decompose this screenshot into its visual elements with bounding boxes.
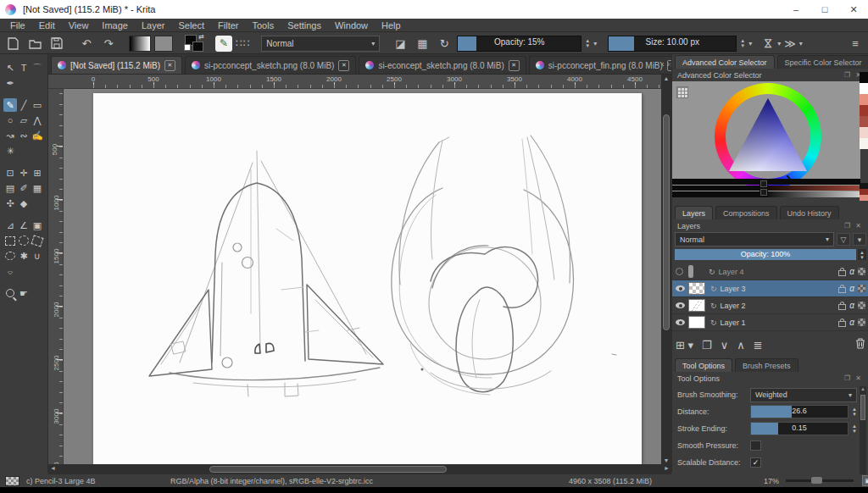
smooth-pressure-checkbox[interactable]: [750, 440, 761, 451]
size-spinner[interactable]: ▲▼: [740, 38, 745, 48]
brush-presets-button[interactable]: ∷∷: [236, 37, 250, 49]
layer-opacity-spinner[interactable]: ▲▼: [858, 249, 866, 260]
color-history-swatch[interactable]: [860, 195, 868, 201]
minimize-button[interactable]: –: [782, 0, 810, 19]
layer-filter-options-icon[interactable]: ▾: [853, 233, 866, 246]
color-history-swatch[interactable]: [860, 116, 868, 127]
layer-row-layer-1[interactable]: ↻Layer 1α: [672, 314, 868, 331]
zoom-slider[interactable]: [786, 479, 854, 482]
tab-undo-history[interactable]: Undo History: [780, 206, 839, 219]
polygon-tool[interactable]: ▱: [17, 114, 31, 127]
menu-window[interactable]: Window: [328, 20, 375, 30]
scroll-down-icon[interactable]: ▼: [661, 457, 671, 463]
ellipse-tool[interactable]: ○: [3, 114, 17, 127]
rectangular-selection-tool[interactable]: [3, 234, 17, 247]
visibility-eye-icon[interactable]: [676, 319, 685, 325]
move-layer-down-button[interactable]: ∨: [721, 339, 729, 352]
document-tab-1[interactable]: si-pcconcept_sketch.png (8.0 MiB)✕: [185, 56, 356, 74]
mirror-options-icon[interactable]: ▾: [777, 40, 781, 47]
undo-button[interactable]: ↶: [77, 36, 96, 52]
reset-colors-icon[interactable]: [184, 44, 191, 51]
gradient-chooser[interactable]: [129, 36, 151, 52]
color-history-swatch[interactable]: [860, 189, 868, 195]
layer-style-icon[interactable]: [858, 285, 865, 292]
tab-compositions[interactable]: Compositions: [715, 206, 777, 219]
multibrush-tool[interactable]: ✳: [3, 144, 17, 158]
reference-images-tool[interactable]: ▣: [31, 219, 44, 232]
delete-layer-button[interactable]: [855, 338, 865, 352]
open-document-button[interactable]: [25, 36, 44, 52]
pan-tool[interactable]: ☛: [17, 286, 31, 300]
opacity-slider[interactable]: Opacity: 15%: [457, 36, 581, 52]
document-tab-0[interactable]: [Not Saved] (115.2 MiB)✕: [51, 56, 182, 74]
menu-edit[interactable]: Edit: [32, 20, 62, 30]
tab-scroll-right-icon[interactable]: ›: [667, 59, 670, 69]
reload-preset-button[interactable]: ↻: [435, 36, 453, 52]
color-history-swatch[interactable]: [860, 94, 868, 105]
gradient-tool[interactable]: ▤: [3, 181, 17, 195]
layer-row-layer-2[interactable]: ↻Layer 2α: [672, 297, 868, 314]
freehand-selection-tool[interactable]: [3, 249, 17, 263]
canvas-horizontal-scrollbar[interactable]: ◄ ►: [48, 464, 671, 474]
swap-colors-icon[interactable]: ⇄: [198, 33, 204, 41]
shade-selector[interactable]: [672, 179, 860, 197]
zoom-slider-thumb[interactable]: [811, 477, 822, 484]
scalable-distance-checkbox[interactable]: ✓: [750, 457, 761, 468]
menu-help[interactable]: Help: [375, 20, 408, 30]
crop-tool[interactable]: ⊞: [31, 166, 44, 180]
menu-select[interactable]: Select: [171, 20, 211, 30]
transform-tool[interactable]: ⊡: [3, 166, 17, 180]
redo-button[interactable]: ↷: [99, 36, 118, 52]
menu-file[interactable]: File: [3, 20, 32, 30]
menu-tools[interactable]: Tools: [246, 20, 281, 30]
close-button[interactable]: ✕: [839, 0, 868, 19]
selection-mode-icon[interactable]: [5, 476, 19, 486]
maximize-button[interactable]: □: [810, 0, 839, 19]
layer-opacity-slider[interactable]: Opacity: 100%: [675, 249, 856, 260]
layer-filter-icon[interactable]: ▽: [837, 233, 850, 246]
freehand-path-tool[interactable]: ∾: [17, 129, 31, 142]
toolbar-overflow-icon[interactable]: ≡: [846, 36, 865, 52]
pattern-chooser[interactable]: [154, 36, 173, 52]
layer-row-layer-4[interactable]: ↻Layer 4α: [672, 263, 868, 280]
edit-shapes-tool[interactable]: ⌒: [31, 61, 44, 75]
menu-layer[interactable]: Layer: [135, 20, 172, 30]
color-history-swatch[interactable]: [860, 127, 868, 138]
foreground-background-colors[interactable]: ⇄: [184, 35, 204, 52]
brush-editor-button[interactable]: ✎: [215, 36, 232, 52]
color-selector-settings-icon[interactable]: [676, 86, 688, 98]
dynamic-brush-tool[interactable]: ✍: [31, 129, 44, 142]
layer-properties-button[interactable]: ≣: [754, 339, 763, 352]
canvas-area[interactable]: [64, 89, 661, 464]
move-layer-up-button[interactable]: ∧: [737, 339, 745, 352]
layer-blending-mode-dropdown[interactable]: Normal ▾: [675, 232, 834, 246]
close-tab-icon[interactable]: ✕: [509, 60, 520, 71]
bezier-curve-tool[interactable]: ↝: [3, 129, 17, 142]
lock-icon[interactable]: [838, 270, 846, 276]
elliptical-selection-tool[interactable]: [17, 234, 31, 247]
line-tool[interactable]: ╱: [17, 98, 31, 112]
alpha-lock-icon[interactable]: α: [849, 284, 854, 293]
docker-float-close-icons[interactable]: ❐ ✕: [844, 374, 863, 382]
tab-tool-options[interactable]: Tool Options: [675, 358, 732, 372]
mirror-horizontal-button[interactable]: ⋈: [762, 38, 775, 49]
stroke-ending-spinner[interactable]: ▲▼: [852, 424, 857, 434]
tab-layers[interactable]: Layers: [675, 206, 713, 219]
color-history-swatch[interactable]: [860, 138, 868, 149]
scroll-right-icon[interactable]: ►: [664, 465, 670, 471]
brush-smoothing-dropdown[interactable]: Weighted ▾: [750, 388, 857, 402]
docker-float-close-icons[interactable]: ❐ ✕: [844, 222, 863, 230]
size-slider[interactable]: Size: 10.00 px: [608, 36, 737, 52]
pattern-edit-tool[interactable]: ▦: [31, 181, 44, 195]
layer-style-icon[interactable]: [858, 302, 865, 309]
polyline-tool[interactable]: ⋀: [31, 114, 44, 127]
duplicate-layer-button[interactable]: ❐: [702, 339, 712, 352]
opacity-spinner[interactable]: ▲▼: [585, 38, 590, 48]
saturation-value-triangle[interactable]: [726, 95, 810, 176]
visibility-hidden-icon[interactable]: [676, 268, 683, 275]
menu-image[interactable]: Image: [95, 20, 135, 30]
text-tool[interactable]: T: [17, 61, 31, 75]
measure-tool[interactable]: ∠: [17, 219, 31, 232]
distance-slider[interactable]: 26.6: [750, 405, 849, 418]
scroll-up-icon[interactable]: ▲: [661, 75, 671, 81]
